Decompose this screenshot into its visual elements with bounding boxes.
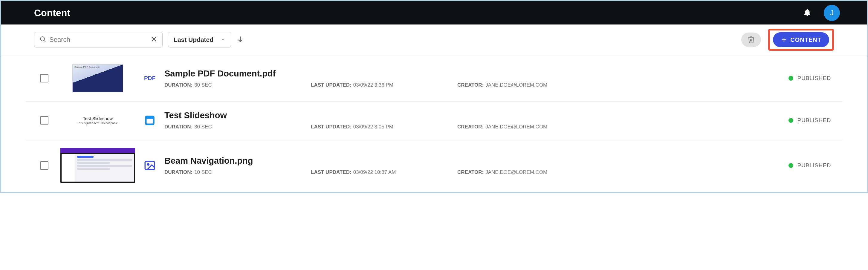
status-dot-icon bbox=[788, 163, 793, 168]
file-type-pdf-icon: PDF bbox=[141, 75, 158, 81]
thumbnail bbox=[60, 64, 135, 92]
row-meta: DURATION:30 SEC LAST UPDATED:03/09/22 3:… bbox=[164, 82, 782, 88]
row-checkbox[interactable] bbox=[40, 161, 49, 170]
delete-button[interactable] bbox=[741, 33, 761, 47]
content-list: PDF Sample PDF Document.pdf DURATION:30 … bbox=[1, 55, 867, 192]
page-title: Content bbox=[34, 7, 70, 19]
svg-point-10 bbox=[147, 164, 149, 165]
row-info: Beam Navigation.png DURATION:10 SEC LAST… bbox=[164, 156, 782, 175]
avatar[interactable]: J bbox=[824, 5, 840, 21]
toolbar: Last Updated CONTENT bbox=[1, 25, 867, 55]
search-icon bbox=[39, 36, 46, 44]
list-item[interactable]: Test Slideshow This is just a test. Do n… bbox=[25, 102, 843, 139]
row-title: Sample PDF Document.pdf bbox=[164, 69, 782, 78]
notifications-icon[interactable] bbox=[803, 8, 812, 18]
toolbar-right: CONTENT bbox=[741, 29, 834, 51]
header-right: J bbox=[803, 5, 840, 21]
row-meta: DURATION:10 SEC LAST UPDATED:03/09/22 10… bbox=[164, 169, 782, 175]
row-meta: DURATION:30 SEC LAST UPDATED:03/09/22 3:… bbox=[164, 124, 782, 130]
thumbnail: Test Slideshow This is just a test. Do n… bbox=[60, 116, 135, 125]
sort-label: Last Updated bbox=[174, 36, 213, 43]
add-content-highlight: CONTENT bbox=[768, 29, 834, 51]
row-title: Test Slideshow bbox=[164, 110, 782, 121]
svg-point-0 bbox=[40, 37, 44, 41]
row-info: Sample PDF Document.pdf DURATION:30 SEC … bbox=[164, 69, 782, 88]
list-item[interactable]: PDF Sample PDF Document.pdf DURATION:30 … bbox=[25, 55, 843, 102]
chevron-down-icon bbox=[221, 36, 225, 43]
file-type-image-icon bbox=[141, 159, 158, 172]
row-checkbox[interactable] bbox=[40, 116, 49, 125]
row-checkbox[interactable] bbox=[40, 74, 49, 82]
svg-rect-8 bbox=[147, 119, 153, 123]
svg-line-1 bbox=[44, 41, 45, 42]
file-type-slideshow-icon bbox=[141, 114, 158, 127]
row-info: Test Slideshow DURATION:30 SEC LAST UPDA… bbox=[164, 110, 782, 130]
status-badge: PUBLISHED bbox=[788, 117, 831, 124]
status-dot-icon bbox=[788, 118, 793, 123]
row-title: Beam Navigation.png bbox=[164, 156, 782, 166]
search-input[interactable] bbox=[49, 36, 150, 44]
add-content-label: CONTENT bbox=[790, 36, 822, 43]
sort-direction-icon[interactable] bbox=[237, 35, 244, 44]
status-badge: PUBLISHED bbox=[788, 75, 831, 81]
clear-icon[interactable] bbox=[150, 36, 157, 44]
plus-icon bbox=[781, 36, 787, 43]
search-box[interactable] bbox=[34, 32, 163, 47]
list-item[interactable]: Beam Navigation.png DURATION:10 SEC LAST… bbox=[25, 139, 843, 192]
thumbnail bbox=[60, 148, 135, 183]
status-dot-icon bbox=[788, 76, 793, 81]
status-badge: PUBLISHED bbox=[788, 162, 831, 169]
add-content-button[interactable]: CONTENT bbox=[773, 32, 829, 47]
sort-dropdown[interactable]: Last Updated bbox=[168, 32, 231, 47]
header: Content J bbox=[1, 1, 867, 25]
